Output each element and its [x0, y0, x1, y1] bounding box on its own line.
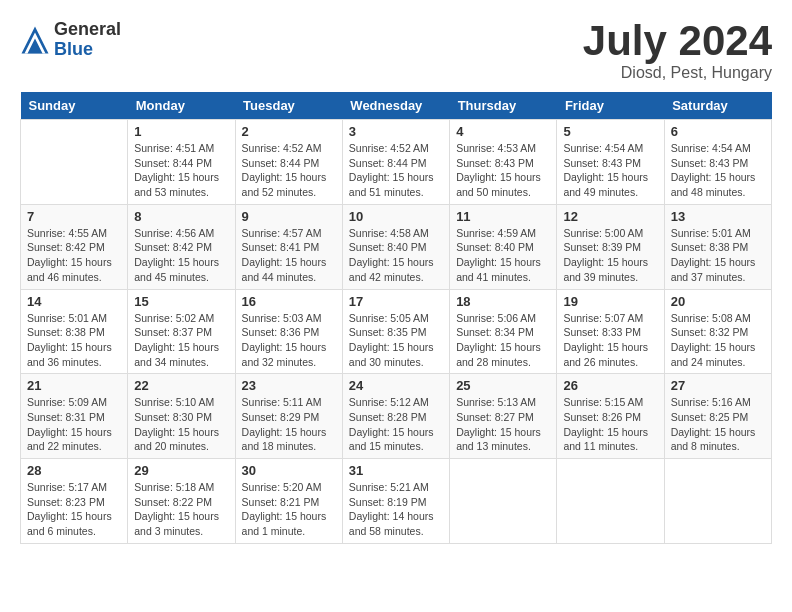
calendar-cell: 19Sunrise: 5:07 AM Sunset: 8:33 PM Dayli…: [557, 289, 664, 374]
calendar-cell: 23Sunrise: 5:11 AM Sunset: 8:29 PM Dayli…: [235, 374, 342, 459]
calendar-cell: 13Sunrise: 5:01 AM Sunset: 8:38 PM Dayli…: [664, 204, 771, 289]
calendar-cell: 28Sunrise: 5:17 AM Sunset: 8:23 PM Dayli…: [21, 459, 128, 544]
header-day-monday: Monday: [128, 92, 235, 120]
calendar-cell: 7Sunrise: 4:55 AM Sunset: 8:42 PM Daylig…: [21, 204, 128, 289]
day-info: Sunrise: 5:01 AM Sunset: 8:38 PM Dayligh…: [27, 311, 121, 370]
day-number: 2: [242, 124, 336, 139]
day-info: Sunrise: 4:52 AM Sunset: 8:44 PM Dayligh…: [242, 141, 336, 200]
day-info: Sunrise: 5:01 AM Sunset: 8:38 PM Dayligh…: [671, 226, 765, 285]
day-info: Sunrise: 4:53 AM Sunset: 8:43 PM Dayligh…: [456, 141, 550, 200]
calendar-week-row: 7Sunrise: 4:55 AM Sunset: 8:42 PM Daylig…: [21, 204, 772, 289]
day-number: 8: [134, 209, 228, 224]
title-block: July 2024 Diosd, Pest, Hungary: [583, 20, 772, 82]
calendar-cell: [664, 459, 771, 544]
day-number: 25: [456, 378, 550, 393]
day-number: 31: [349, 463, 443, 478]
calendar-cell: 6Sunrise: 4:54 AM Sunset: 8:43 PM Daylig…: [664, 120, 771, 205]
day-number: 22: [134, 378, 228, 393]
day-number: 12: [563, 209, 657, 224]
day-number: 23: [242, 378, 336, 393]
logo: General Blue: [20, 20, 121, 60]
day-number: 15: [134, 294, 228, 309]
calendar-week-row: 21Sunrise: 5:09 AM Sunset: 8:31 PM Dayli…: [21, 374, 772, 459]
header-day-saturday: Saturday: [664, 92, 771, 120]
calendar-cell: 16Sunrise: 5:03 AM Sunset: 8:36 PM Dayli…: [235, 289, 342, 374]
day-number: 14: [27, 294, 121, 309]
day-info: Sunrise: 4:51 AM Sunset: 8:44 PM Dayligh…: [134, 141, 228, 200]
calendar-cell: 20Sunrise: 5:08 AM Sunset: 8:32 PM Dayli…: [664, 289, 771, 374]
day-number: 19: [563, 294, 657, 309]
calendar-cell: 14Sunrise: 5:01 AM Sunset: 8:38 PM Dayli…: [21, 289, 128, 374]
calendar-cell: 18Sunrise: 5:06 AM Sunset: 8:34 PM Dayli…: [450, 289, 557, 374]
calendar-week-row: 28Sunrise: 5:17 AM Sunset: 8:23 PM Dayli…: [21, 459, 772, 544]
calendar-cell: 5Sunrise: 4:54 AM Sunset: 8:43 PM Daylig…: [557, 120, 664, 205]
calendar-cell: 26Sunrise: 5:15 AM Sunset: 8:26 PM Dayli…: [557, 374, 664, 459]
header-day-thursday: Thursday: [450, 92, 557, 120]
calendar-cell: 3Sunrise: 4:52 AM Sunset: 8:44 PM Daylig…: [342, 120, 449, 205]
header-day-tuesday: Tuesday: [235, 92, 342, 120]
calendar-cell: 22Sunrise: 5:10 AM Sunset: 8:30 PM Dayli…: [128, 374, 235, 459]
calendar-cell: 24Sunrise: 5:12 AM Sunset: 8:28 PM Dayli…: [342, 374, 449, 459]
day-info: Sunrise: 4:55 AM Sunset: 8:42 PM Dayligh…: [27, 226, 121, 285]
calendar-cell: [450, 459, 557, 544]
location: Diosd, Pest, Hungary: [583, 64, 772, 82]
calendar-week-row: 14Sunrise: 5:01 AM Sunset: 8:38 PM Dayli…: [21, 289, 772, 374]
day-number: 21: [27, 378, 121, 393]
day-number: 18: [456, 294, 550, 309]
day-number: 13: [671, 209, 765, 224]
day-info: Sunrise: 4:54 AM Sunset: 8:43 PM Dayligh…: [563, 141, 657, 200]
calendar-header-row: SundayMondayTuesdayWednesdayThursdayFrid…: [21, 92, 772, 120]
day-info: Sunrise: 4:54 AM Sunset: 8:43 PM Dayligh…: [671, 141, 765, 200]
calendar-cell: 12Sunrise: 5:00 AM Sunset: 8:39 PM Dayli…: [557, 204, 664, 289]
day-info: Sunrise: 5:03 AM Sunset: 8:36 PM Dayligh…: [242, 311, 336, 370]
logo-icon: [20, 25, 50, 55]
calendar-cell: 15Sunrise: 5:02 AM Sunset: 8:37 PM Dayli…: [128, 289, 235, 374]
calendar-cell: 1Sunrise: 4:51 AM Sunset: 8:44 PM Daylig…: [128, 120, 235, 205]
day-info: Sunrise: 5:02 AM Sunset: 8:37 PM Dayligh…: [134, 311, 228, 370]
day-number: 5: [563, 124, 657, 139]
day-number: 10: [349, 209, 443, 224]
day-info: Sunrise: 4:56 AM Sunset: 8:42 PM Dayligh…: [134, 226, 228, 285]
day-number: 28: [27, 463, 121, 478]
logo-blue-text: Blue: [54, 40, 121, 60]
calendar-cell: 8Sunrise: 4:56 AM Sunset: 8:42 PM Daylig…: [128, 204, 235, 289]
day-info: Sunrise: 5:12 AM Sunset: 8:28 PM Dayligh…: [349, 395, 443, 454]
calendar-cell: [21, 120, 128, 205]
calendar-cell: 25Sunrise: 5:13 AM Sunset: 8:27 PM Dayli…: [450, 374, 557, 459]
day-number: 29: [134, 463, 228, 478]
day-info: Sunrise: 5:09 AM Sunset: 8:31 PM Dayligh…: [27, 395, 121, 454]
day-info: Sunrise: 4:59 AM Sunset: 8:40 PM Dayligh…: [456, 226, 550, 285]
day-info: Sunrise: 4:58 AM Sunset: 8:40 PM Dayligh…: [349, 226, 443, 285]
header-day-sunday: Sunday: [21, 92, 128, 120]
day-info: Sunrise: 5:16 AM Sunset: 8:25 PM Dayligh…: [671, 395, 765, 454]
day-info: Sunrise: 5:06 AM Sunset: 8:34 PM Dayligh…: [456, 311, 550, 370]
calendar-cell: 29Sunrise: 5:18 AM Sunset: 8:22 PM Dayli…: [128, 459, 235, 544]
calendar-cell: 2Sunrise: 4:52 AM Sunset: 8:44 PM Daylig…: [235, 120, 342, 205]
day-number: 20: [671, 294, 765, 309]
day-number: 9: [242, 209, 336, 224]
day-number: 4: [456, 124, 550, 139]
calendar-cell: 9Sunrise: 4:57 AM Sunset: 8:41 PM Daylig…: [235, 204, 342, 289]
day-number: 6: [671, 124, 765, 139]
calendar-cell: 31Sunrise: 5:21 AM Sunset: 8:19 PM Dayli…: [342, 459, 449, 544]
day-number: 16: [242, 294, 336, 309]
day-number: 11: [456, 209, 550, 224]
day-info: Sunrise: 5:00 AM Sunset: 8:39 PM Dayligh…: [563, 226, 657, 285]
day-info: Sunrise: 5:15 AM Sunset: 8:26 PM Dayligh…: [563, 395, 657, 454]
day-number: 30: [242, 463, 336, 478]
day-number: 1: [134, 124, 228, 139]
day-info: Sunrise: 5:11 AM Sunset: 8:29 PM Dayligh…: [242, 395, 336, 454]
calendar-cell: 11Sunrise: 4:59 AM Sunset: 8:40 PM Dayli…: [450, 204, 557, 289]
day-info: Sunrise: 5:07 AM Sunset: 8:33 PM Dayligh…: [563, 311, 657, 370]
calendar-cell: 30Sunrise: 5:20 AM Sunset: 8:21 PM Dayli…: [235, 459, 342, 544]
day-info: Sunrise: 4:57 AM Sunset: 8:41 PM Dayligh…: [242, 226, 336, 285]
header-day-wednesday: Wednesday: [342, 92, 449, 120]
day-info: Sunrise: 5:17 AM Sunset: 8:23 PM Dayligh…: [27, 480, 121, 539]
day-info: Sunrise: 5:18 AM Sunset: 8:22 PM Dayligh…: [134, 480, 228, 539]
day-info: Sunrise: 5:10 AM Sunset: 8:30 PM Dayligh…: [134, 395, 228, 454]
day-number: 7: [27, 209, 121, 224]
day-info: Sunrise: 5:08 AM Sunset: 8:32 PM Dayligh…: [671, 311, 765, 370]
calendar-table: SundayMondayTuesdayWednesdayThursdayFrid…: [20, 92, 772, 544]
day-info: Sunrise: 5:13 AM Sunset: 8:27 PM Dayligh…: [456, 395, 550, 454]
logo-general-text: General: [54, 20, 121, 40]
